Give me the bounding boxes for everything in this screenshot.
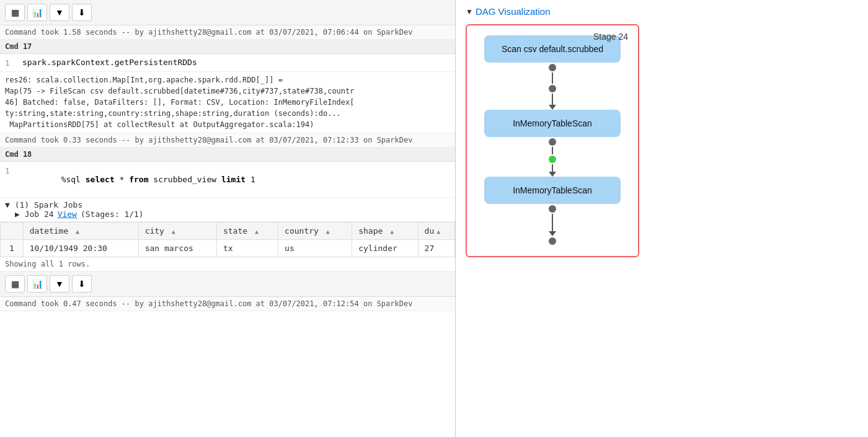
- cmd-18-code: %sql select * from scrubbed_view limit 1: [22, 166, 255, 193]
- cmd-18-header: Cmd 18: [0, 148, 455, 162]
- cell-country: us: [278, 240, 352, 257]
- download-button[interactable]: ⬇: [72, 4, 92, 21]
- dag-connector-2: [477, 137, 628, 177]
- cell-datetime: 10/10/1949 20:30: [23, 240, 138, 257]
- dag-collapse-arrow[interactable]: ▼: [466, 7, 473, 16]
- spark-jobs-header[interactable]: ▼ (1) Spark Jobs: [5, 200, 450, 210]
- table-view-button[interactable]: ▦: [5, 4, 25, 21]
- dag-node-inmemory-2: InMemoryTableScan: [484, 177, 621, 204]
- dropdown-button[interactable]: ▼: [50, 4, 69, 21]
- col-header-state[interactable]: state ▲: [216, 223, 278, 240]
- cell-du: 27: [418, 240, 454, 257]
- dag-dot-2b-green: [549, 156, 556, 163]
- showing-rows-text: Showing all 1 rows.: [0, 257, 455, 271]
- dag-dot-3a: [549, 205, 556, 213]
- dropdown-button-2[interactable]: ▼: [50, 275, 69, 293]
- right-panel: ▼ DAG Visualization Stage 24 Scan csv de…: [456, 0, 868, 437]
- cell-city: san marcos: [138, 240, 216, 257]
- result-table: datetime ▲ city ▲ state ▲ country ▲ shap…: [0, 222, 455, 257]
- col-header-du[interactable]: du▲: [418, 223, 454, 240]
- left-panel: ▦ 📊 ▼ ⬇ Command took 1.58 seconds -- by …: [0, 0, 456, 437]
- job-24-stages: (Stages: 1/1): [81, 210, 144, 219]
- status-line-17: Command took 0.33 seconds -- by ajithshe…: [0, 133, 455, 148]
- stage-label: Stage 24: [593, 32, 628, 42]
- cmd-18-code-block: 1 %sql select * from scrubbed_view limit…: [0, 162, 455, 198]
- dag-connector-1: [477, 63, 628, 110]
- dag-line-3a: [552, 214, 553, 231]
- dag-title-text: DAG Visualization: [476, 6, 551, 17]
- col-header-country[interactable]: country ▲: [278, 223, 352, 240]
- dag-node-inmemory-1: InMemoryTableScan: [484, 110, 621, 137]
- line-num-18: 1: [5, 166, 22, 175]
- bar-chart-button-2[interactable]: 📊: [27, 275, 47, 293]
- dag-line-1a: [552, 73, 553, 84]
- status-line-17-pre: Command took 1.58 seconds -- by ajithshe…: [0, 25, 455, 40]
- job-24-view-link[interactable]: View: [58, 210, 77, 219]
- col-header-shape[interactable]: shape ▲: [352, 223, 418, 240]
- row-num-1: 1: [1, 240, 24, 257]
- dag-title: ▼ DAG Visualization: [466, 6, 858, 17]
- cell-state: tx: [216, 240, 278, 257]
- cmd-17-output: res26: scala.collection.Map[Int,org.apac…: [0, 72, 455, 133]
- cmd-17-code: spark.sparkContext.getPersistentRDDs: [22, 58, 197, 67]
- dag-arrowdown-2: [549, 172, 556, 177]
- status-line-18: Command took 0.47 seconds -- by ajithshe…: [0, 297, 455, 311]
- col-header-datetime[interactable]: datetime ▲: [23, 223, 138, 240]
- dag-dot-3b: [549, 237, 556, 245]
- cmd-17-code-block: 1 spark.sparkContext.getPersistentRDDs: [0, 54, 455, 72]
- dag-line-1b: [552, 94, 553, 105]
- download-button-2[interactable]: ⬇: [72, 275, 92, 293]
- dag-arrowdown-1: [549, 105, 556, 110]
- cmd-17-header: Cmd 17: [0, 40, 455, 54]
- dag-arrowdown-3: [549, 231, 556, 236]
- toolbar-2: ▦ 📊 ▼ ⬇: [0, 271, 455, 297]
- table-row: 1 10/10/1949 20:30 san marcos tx us cyli…: [1, 240, 455, 257]
- dag-dot-1a: [549, 64, 556, 71]
- dag-dot-2a: [549, 138, 556, 146]
- result-table-container: datetime ▲ city ▲ state ▲ country ▲ shap…: [0, 222, 455, 257]
- dag-line-2a: [552, 147, 553, 154]
- toolbar-1: ▦ 📊 ▼ ⬇: [0, 0, 455, 25]
- job-24-line: ▶ Job 24 View (Stages: 1/1): [5, 210, 450, 219]
- dag-line-2b: [552, 164, 553, 172]
- line-num-17: 1: [5, 58, 22, 68]
- dag-container: Stage 24 Scan csv default.scrubbed InMem…: [466, 24, 639, 257]
- table-view-button-2[interactable]: ▦: [5, 275, 25, 293]
- bar-chart-button[interactable]: 📊: [27, 4, 47, 21]
- col-header-city[interactable]: city ▲: [138, 223, 216, 240]
- cell-shape: cylinder: [352, 240, 418, 257]
- job-24-expand[interactable]: ▶ Job 24: [15, 210, 54, 219]
- dag-dot-1b: [549, 85, 556, 92]
- spark-jobs-section: ▼ (1) Spark Jobs ▶ Job 24 View (Stages: …: [0, 198, 455, 222]
- dag-connector-3: [477, 204, 628, 246]
- col-header-rownum: [1, 223, 24, 240]
